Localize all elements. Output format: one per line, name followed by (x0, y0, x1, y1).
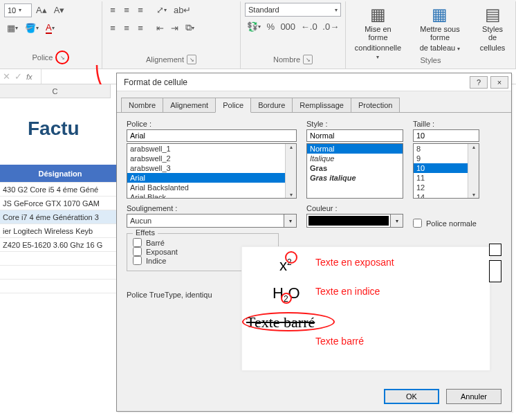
thousands-icon[interactable]: 000 (278, 19, 297, 34)
column-header-c[interactable]: C (0, 84, 111, 98)
decrease-font-icon[interactable]: A▾ (51, 3, 68, 17)
annotation-circle (281, 293, 292, 304)
align-top-icon[interactable]: ≡ (107, 3, 119, 17)
couleur-label: Couleur : (306, 204, 403, 212)
police-normale-label: Police normale (426, 219, 477, 228)
font-size-combo[interactable]: 10▾ (4, 3, 32, 17)
table-row[interactable]: Core i7 4 éme Générattion 3 (0, 210, 118, 224)
chevron-down-icon[interactable]: ▾ (391, 214, 403, 228)
ribbon: 10▾ A▴ A▾ ▦▾ 🪣▾ A▾ Police ↘ ≡ ≡ ≡ ⤢▾ ab↵ (0, 0, 516, 69)
tab-protection[interactable]: Protection (351, 98, 400, 113)
list-item[interactable]: Arial Backslanted (127, 183, 296, 192)
police-input[interactable] (127, 129, 297, 142)
soulignement-value: Aucun (127, 214, 284, 228)
orientation-icon[interactable]: ⤢▾ (154, 3, 169, 17)
cond-fmt-label-2: conditionnelle (355, 44, 401, 52)
list-item[interactable]: Arial (127, 173, 296, 183)
format-as-table-button[interactable]: ▦ Mettre sous forme de tableau ▾ (407, 3, 472, 55)
list-item[interactable]: arabswell_1 (127, 144, 296, 154)
police-listbox[interactable]: arabswell_1 arabswell_2 arabswell_3 Aria… (127, 143, 297, 199)
accounting-format-icon[interactable]: 💱▾ (245, 19, 263, 34)
tab-bordure[interactable]: Bordure (250, 98, 293, 113)
cell-styles-icon: ▤ (485, 6, 501, 24)
merge-icon[interactable]: ⧉▾ (183, 20, 197, 35)
number-format-combo[interactable]: Standard▾ (245, 3, 341, 17)
list-item[interactable]: Gras italique (307, 173, 403, 183)
table-row[interactable] (0, 266, 118, 280)
list-item[interactable]: Arial Black (127, 192, 296, 199)
tab-police[interactable]: Police (215, 98, 251, 113)
align-middle-icon[interactable]: ≡ (120, 3, 133, 17)
wrap-text-icon[interactable]: ab↵ (171, 3, 194, 17)
ribbon-group-alignment: ≡ ≡ ≡ ⤢▾ ab↵ ≡ ≡ ≡ ⇤ ⇥ ⧉▾ Alignement↘ (102, 1, 241, 69)
increase-indent-icon[interactable]: ⇥ (168, 21, 181, 35)
cell-styles-button[interactable]: ▤ Styles de cellules (474, 3, 511, 55)
table-label-1: Mettre sous forme (412, 25, 468, 42)
checkbox-icon[interactable] (133, 256, 142, 265)
table-row[interactable] (0, 252, 118, 266)
preview-fragment (489, 260, 501, 282)
list-item[interactable]: arabswell_3 (127, 163, 296, 173)
couleur-select[interactable]: ▾ (306, 214, 403, 228)
close-button[interactable]: × (490, 76, 508, 89)
chevron-down-icon[interactable]: ▾ (284, 214, 297, 228)
designation-header[interactable]: Désignation (0, 165, 118, 183)
cancel-formula-icon[interactable]: ✕ (3, 71, 10, 82)
decrease-decimal-icon[interactable]: .0→ (321, 19, 342, 34)
table-row[interactable]: ier Logitech Wireless Keyb (0, 224, 118, 238)
taille-input[interactable] (413, 129, 479, 142)
font-color-icon[interactable]: A▾ (43, 20, 57, 36)
fx-icon[interactable]: fx (26, 73, 33, 81)
font-dialog-launcher-icon[interactable]: ↘ (55, 51, 69, 64)
list-item[interactable]: Italique (307, 154, 403, 163)
format-cells-dialog: Format de cellule ? × Nombre Alignement … (116, 73, 512, 412)
tab-alignement[interactable]: Alignement (163, 98, 216, 113)
checkbox-icon[interactable] (133, 247, 142, 256)
ribbon-group-styles: ▦ Mise en forme conditionnelle ▾ ▦ Mettr… (346, 1, 516, 69)
decrease-indent-icon[interactable]: ⇤ (154, 21, 167, 35)
table-row[interactable]: JS GeForce GTX 1070 GAM (0, 197, 118, 210)
scrollbar[interactable]: ▴▾ (468, 144, 479, 198)
style-listbox[interactable]: Normal Italique Gras Gras italique (306, 143, 403, 199)
tab-nombre[interactable]: Nombre (121, 98, 163, 113)
conditional-formatting-button[interactable]: ▦ Mise en forme conditionnelle ▾ (350, 3, 406, 63)
increase-font-icon[interactable]: A▴ (33, 3, 50, 17)
ribbon-group-font-label: Police (33, 53, 53, 62)
scrollbar[interactable]: ▴▾ (285, 144, 296, 198)
checkbox-icon[interactable] (133, 238, 142, 247)
list-item[interactable]: Gras (307, 163, 403, 173)
exposant-annotation-label: Texte en exposant (315, 257, 394, 268)
table-row[interactable] (0, 280, 118, 293)
tab-remplissage[interactable]: Remplissage (292, 98, 351, 113)
help-button[interactable]: ? (470, 76, 488, 89)
list-item[interactable]: Normal (307, 144, 403, 154)
border-icon[interactable]: ▦▾ (4, 21, 21, 35)
soulignement-select[interactable]: Aucun ▾ (127, 214, 297, 228)
style-label: Style : (306, 120, 403, 128)
taille-listbox[interactable]: 8 9 10 11 12 14 ▴▾ (413, 143, 479, 199)
soulignement-label: Soulignement : (127, 204, 297, 212)
style-input[interactable] (306, 129, 403, 142)
couleur-swatch (306, 214, 391, 228)
fill-color-icon[interactable]: 🪣▾ (22, 21, 42, 35)
table-label-2: de tableau (420, 44, 455, 52)
align-right-icon[interactable]: ≡ (134, 21, 147, 35)
align-bottom-icon[interactable]: ≡ (134, 3, 147, 17)
table-row[interactable]: 430 G2 Core i5 4 éme Géné (0, 183, 118, 197)
chevron-down-icon: ▾ (376, 54, 379, 60)
number-dialog-launcher-icon[interactable]: ↘ (303, 55, 313, 64)
alignment-dialog-launcher-icon[interactable]: ↘ (187, 55, 196, 64)
align-left-icon[interactable]: ≡ (107, 21, 119, 35)
list-item[interactable]: arabswell_2 (127, 154, 296, 163)
percent-format-icon[interactable]: % (264, 19, 277, 34)
ok-button[interactable]: OK (384, 389, 439, 404)
enter-formula-icon[interactable]: ✓ (15, 71, 22, 82)
increase-decimal-icon[interactable]: ←.0 (299, 19, 320, 34)
table-row[interactable]: Z420 E5-1620 3.60 Ghz 16 G (0, 238, 118, 252)
ribbon-group-font: 10▾ A▴ A▾ ▦▾ 🪣▾ A▾ Police ↘ (0, 1, 102, 69)
align-center-icon[interactable]: ≡ (120, 21, 133, 35)
police-normale-checkbox[interactable]: Police normale (413, 219, 496, 228)
cancel-button[interactable]: Annuler (446, 389, 501, 404)
ribbon-group-number-label: Nombre (273, 55, 300, 64)
checkbox-icon[interactable] (413, 219, 422, 228)
